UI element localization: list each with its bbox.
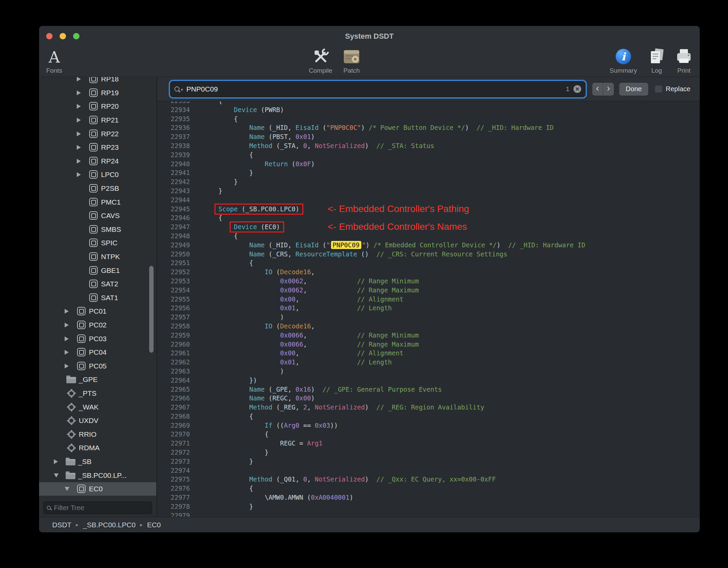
disclosure-closed-icon[interactable] (77, 77, 88, 81)
sidebar-item-label: PMC1 (101, 198, 121, 206)
code-line-22933: 22933 { (157, 101, 700, 105)
sidebar-item-rp18[interactable]: RP18 (39, 77, 156, 86)
find-next-button[interactable]: › (603, 83, 614, 96)
sidebar-item-pmc1[interactable]: PMC1 (39, 195, 156, 209)
code-text: { (190, 213, 222, 222)
sidebar-item-rp23[interactable]: RP23 (39, 141, 156, 154)
line-number: 22965 (157, 385, 190, 394)
sidebar-item-lpc0[interactable]: LPC0 (39, 168, 156, 182)
sidebar-item-ntpk[interactable]: NTPK (39, 250, 156, 264)
sidebar-item-label: PC03 (89, 335, 107, 343)
disclosure-closed-icon[interactable] (65, 336, 76, 341)
search-field[interactable]: ▾ 1 ✕ (170, 81, 585, 97)
code-text: { (190, 150, 253, 159)
code-text: Name (REGC, 0x00) (190, 394, 315, 403)
breadcrumb-separator-icon: ▸ (140, 522, 143, 528)
sidebar-item-label: NTPK (101, 253, 120, 261)
code-line-22974: 22974 (157, 466, 700, 475)
disclosure-closed-icon[interactable] (65, 323, 76, 327)
sidebar-item-rdma[interactable]: RDMA (39, 441, 156, 455)
line-number: 22960 (157, 340, 190, 349)
sidebar-item-rp19[interactable]: RP19 (39, 86, 156, 100)
sidebar-item-_gpe[interactable]: _GPE (39, 373, 156, 387)
disclosure-closed-icon[interactable] (77, 132, 88, 136)
names-annotation-text: <- Embedded Controller's Names (328, 221, 467, 233)
sidebar-item-smbs[interactable]: SMBS (39, 223, 156, 237)
sidebar-item-pc03[interactable]: PC03 (39, 332, 156, 346)
disclosure-closed-icon[interactable] (54, 459, 65, 464)
breadcrumb-device[interactable]: EC0 (147, 521, 161, 529)
sidebar-item-cavs[interactable]: CAVS (39, 209, 156, 223)
disclosure-closed-icon[interactable] (65, 309, 76, 314)
sidebar-item-pc02[interactable]: PC02 (39, 318, 156, 332)
sidebar-item-pc01[interactable]: PC01 (39, 305, 156, 318)
breadcrumb-scope[interactable]: _SB.PC00.LPC0 (83, 521, 135, 529)
device-icon (88, 265, 101, 276)
code-line-22956: 22956 0x01, // Length (157, 304, 700, 313)
clear-search-icon[interactable]: ✕ (573, 85, 581, 93)
sidebar-item-rp24[interactable]: RP24 (39, 154, 156, 168)
sidebar-item-rrio[interactable]: RRIO (39, 427, 156, 441)
print-toolbar-button[interactable]: Print (674, 47, 693, 74)
sidebar-item-gbe1[interactable]: GBE1 (39, 263, 156, 277)
disclosure-closed-icon[interactable] (77, 91, 88, 95)
sidebar-item-ec0[interactable]: EC0 (39, 482, 156, 496)
line-number: 22936 (157, 123, 190, 132)
sidebar-item-_wak[interactable]: _WAK (39, 400, 156, 414)
filter-area (39, 499, 156, 517)
sidebar-item-sat2[interactable]: SAT2 (39, 277, 156, 291)
sidebar-item-rp21[interactable]: RP21 (39, 113, 156, 127)
sidebar-item-_sb[interactable]: _SB (39, 455, 156, 469)
search-options-chevron-icon[interactable]: ▾ (181, 87, 183, 92)
compile-toolbar-button[interactable]: Compile (309, 47, 332, 74)
sidebar-item-label: PC02 (89, 321, 107, 329)
filter-field[interactable] (43, 501, 152, 514)
sidebar-item-p2sb[interactable]: P2SB (39, 182, 156, 196)
search-input[interactable] (187, 85, 566, 93)
sidebar-tree-container: RP18RP19RP20RP21RP22RP23RP24LPC0P2SBPMC1… (39, 77, 156, 499)
line-number: 22946 (157, 213, 190, 222)
sidebar-item-_sb-pc00-lp-[interactable]: _SB.PC00.LP... (39, 468, 156, 482)
patch-toolbar-button[interactable]: Patch (343, 47, 360, 74)
titlebar[interactable]: System DSDT (39, 26, 700, 47)
code-line-22961: 22961 0x00, // Alignment (157, 349, 700, 358)
disclosure-closed-icon[interactable] (77, 172, 88, 177)
breadcrumb-dsdt[interactable]: DSDT (52, 521, 71, 529)
disclosure-closed-icon[interactable] (65, 364, 76, 368)
method-icon (66, 443, 79, 453)
disclosure-closed-icon[interactable] (77, 118, 88, 122)
done-button[interactable]: Done (619, 83, 648, 96)
disclosure-closed-icon[interactable] (77, 104, 88, 109)
log-toolbar-button[interactable]: Log (648, 47, 666, 74)
sidebar-item-_pts[interactable]: _PTS (39, 387, 156, 400)
sidebar-item-pc05[interactable]: PC05 (39, 359, 156, 373)
line-number: 22975 (157, 475, 190, 484)
code-line-22969: 22969 If ((Arg0 == 0x03)) (157, 421, 700, 430)
code-line-22936: 22936 Name (_HID, EisaId ("PNP0C0C") /* … (157, 123, 700, 132)
summary-info-icon: i (615, 48, 632, 66)
print-label: Print (677, 67, 690, 74)
filter-tree-input[interactable] (54, 504, 148, 512)
disclosure-closed-icon[interactable] (65, 350, 76, 355)
pathing-annotation-text: <- Embedded Controller's Pathing (328, 203, 469, 215)
disclosure-closed-icon[interactable] (77, 159, 88, 164)
sidebar-item-rp20[interactable]: RP20 (39, 100, 156, 113)
code-text: IO (Decode16, (190, 322, 315, 331)
sidebar-item-spic[interactable]: SPIC (39, 236, 156, 250)
disclosure-open-icon[interactable] (54, 473, 65, 477)
replace-checkbox[interactable] (655, 85, 662, 93)
disclosure-closed-icon[interactable] (77, 145, 88, 150)
summary-toolbar-button[interactable]: i Summary (609, 47, 637, 74)
sidebar-scrollbar[interactable] (149, 266, 154, 353)
find-previous-button[interactable]: ‹ (592, 83, 603, 96)
sidebar-item-sat1[interactable]: SAT1 (39, 291, 156, 305)
sidebar-item-pc04[interactable]: PC04 (39, 346, 156, 359)
sidebar-item-rp22[interactable]: RP22 (39, 127, 156, 141)
line-number: 22940 (157, 159, 190, 169)
disclosure-open-icon[interactable] (65, 487, 76, 491)
code-area[interactable]: 22933 {22934 Device (PWRB)22935 {22936 N… (157, 101, 700, 520)
sidebar-item-uxdv[interactable]: UXDV (39, 414, 156, 428)
fonts-toolbar-button[interactable]: A Fonts (46, 47, 62, 74)
app-window: System DSDT A Fonts Compile (39, 26, 700, 532)
code-line-22938: 22938 Method (_STA, 0, NotSerialized) //… (157, 141, 700, 150)
